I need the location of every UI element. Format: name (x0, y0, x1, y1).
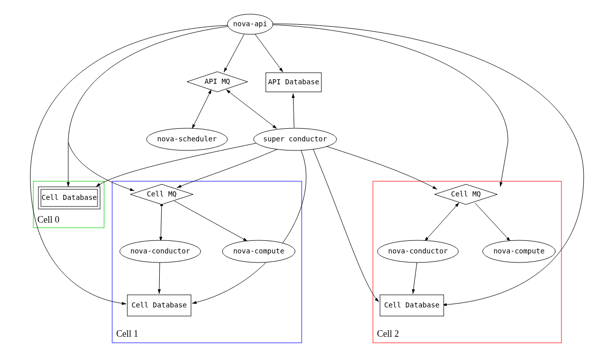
node-cell1-compute-label: nova-compute (233, 247, 284, 255)
node-cell1-database-label: Cell Database (131, 301, 187, 309)
edge-superconductor-cell1db (192, 149, 306, 303)
node-cell2-mq-label: Cell MQ (451, 190, 481, 198)
edge-cell1mq-compute (174, 201, 248, 241)
node-nova-api-label: nova-api (233, 20, 267, 28)
edge-superconductor-apidb (293, 93, 294, 128)
edge-cell2mq-conductor (424, 203, 459, 241)
edge-apimq-scheduler (192, 90, 211, 129)
edge-cell2conductor-db (413, 263, 417, 294)
node-cell2-database-label: Cell Database (384, 301, 440, 309)
node-api-mq-label: API MQ (205, 77, 230, 85)
node-cell1-conductor-label: nova-conductor (130, 247, 190, 255)
architecture-diagram: Cell 0 Cell 1 Cell 2 nova-api AP (0, 0, 615, 364)
node-cell2-conductor-label: nova-conductor (388, 247, 448, 255)
edge-superconductor-cell2db (313, 149, 379, 302)
node-api-database-label: API Database (268, 78, 319, 86)
edge-novaapi-cell0db (68, 26, 229, 187)
edge-cell1conductor-db (159, 263, 160, 294)
node-cell2-compute-label: nova-compute (493, 247, 544, 255)
edge-novaapi-cell1db (30, 25, 229, 304)
edge-apimq-superconductor (226, 90, 277, 129)
node-nova-scheduler-label: nova-scheduler (157, 135, 217, 143)
edge-superconductor-cell2mq (323, 145, 437, 189)
edge-novaapi-cell2mq (273, 25, 508, 187)
edge-cell1mq-conductor (161, 202, 162, 241)
cluster-cell2-label: Cell 2 (377, 329, 399, 339)
edge-superconductor-cell1mq (177, 148, 280, 188)
edge-novaapi-apimq (224, 34, 244, 72)
node-cell0-database-label: Cell Database (41, 193, 97, 201)
edge-cell2mq-compute (475, 203, 510, 241)
cluster-cell2-box (373, 181, 561, 343)
node-super-conductor-label: super conductor (263, 135, 327, 143)
cluster-cell1-label: Cell 1 (116, 329, 138, 339)
node-cell1-mq-label: Cell MQ (147, 190, 176, 198)
cluster-cell0-label: Cell 0 (37, 215, 60, 225)
cluster-cell1-box (112, 181, 302, 343)
edge-novaapi-apidb (255, 34, 283, 72)
